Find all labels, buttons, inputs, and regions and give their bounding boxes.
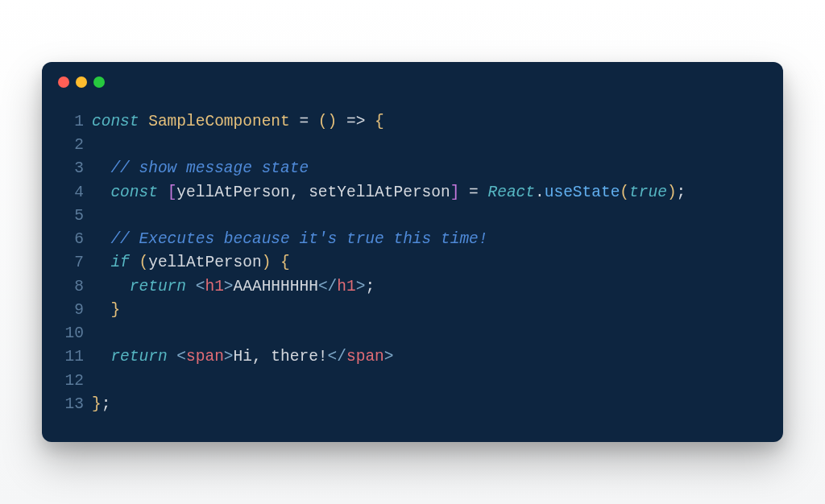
line-content <box>92 134 764 157</box>
line-content: } <box>92 299 764 322</box>
line-number: 2 <box>61 134 84 157</box>
code-token: </ <box>318 278 337 295</box>
code-token: } <box>92 395 102 413</box>
minimize-icon[interactable] <box>76 76 87 88</box>
line-number: 4 <box>61 181 84 204</box>
close-icon[interactable] <box>58 76 69 88</box>
line-content: if (yellAtPerson) { <box>92 251 764 275</box>
code-token <box>168 348 177 366</box>
line-content: // show message state <box>92 157 764 180</box>
code-token: > <box>384 348 394 366</box>
code-token: span <box>346 348 384 366</box>
line-number: 11 <box>61 345 84 369</box>
code-token: < <box>196 278 205 295</box>
code-line: 1const SampleComponent = () => { <box>61 110 764 134</box>
code-line: 12 <box>61 370 764 393</box>
code-token: ] <box>450 184 460 201</box>
code-token <box>271 254 280 271</box>
line-content: const [yellAtPerson, setYellAtPerson] = … <box>92 181 764 204</box>
code-token <box>309 113 318 130</box>
line-content <box>92 322 764 345</box>
line-number: 5 <box>61 204 84 228</box>
code-token: Hi, there! <box>234 348 328 366</box>
code-token <box>479 184 488 201</box>
code-token: { <box>280 254 290 271</box>
code-token: { <box>375 113 384 130</box>
code-token <box>186 278 196 295</box>
code-line: 2 <box>61 134 764 157</box>
code-token <box>337 113 346 130</box>
line-content: return <h1>AAAHHHHHH</h1>; <box>92 275 764 299</box>
code-token: ) <box>667 184 677 201</box>
code-line: 10 <box>61 322 764 345</box>
code-token <box>459 184 469 201</box>
code-token <box>139 113 149 130</box>
code-token: AAAHHHHHH <box>234 278 318 295</box>
code-token: ; <box>677 184 686 201</box>
code-line: 3 // show message state <box>61 157 764 180</box>
code-token: if <box>110 254 129 271</box>
code-token <box>130 254 139 271</box>
code-window: 1const SampleComponent = () => {2 3 // s… <box>42 62 783 442</box>
code-token <box>92 301 110 319</box>
code-line: 4 const [yellAtPerson, setYellAtPerson] … <box>61 181 764 204</box>
code-token: ; <box>102 395 111 413</box>
code-line: 6 // Executes because it's true this tim… <box>61 228 764 251</box>
code-token: React <box>488 184 536 201</box>
code-token: // Executes because it's true this time! <box>110 230 487 248</box>
line-number: 12 <box>61 370 84 393</box>
code-token: ( <box>139 254 149 271</box>
code-token <box>92 230 110 248</box>
code-token: ; <box>365 278 375 295</box>
line-content: }; <box>92 393 764 416</box>
code-token: </ <box>328 348 346 366</box>
code-token: // show message state <box>110 159 309 177</box>
code-token: ) <box>262 254 272 271</box>
code-block: 1const SampleComponent = () => {2 3 // s… <box>42 94 783 416</box>
code-token: . <box>535 184 545 201</box>
code-token <box>290 113 300 130</box>
code-token: > <box>224 278 234 295</box>
line-number: 6 <box>61 228 84 251</box>
code-token: } <box>110 301 120 319</box>
line-number: 10 <box>61 322 84 345</box>
code-token: yellAtPerson <box>176 184 289 201</box>
line-content: const SampleComponent = () => { <box>92 110 764 134</box>
maximize-icon[interactable] <box>93 76 105 88</box>
code-token: useState <box>545 184 620 201</box>
code-line: 9 } <box>61 299 764 322</box>
line-number: 8 <box>61 275 84 299</box>
code-token: ( <box>620 184 629 201</box>
line-content: // Executes because it's true this time! <box>92 228 764 251</box>
code-token: const <box>92 113 139 130</box>
line-number: 1 <box>61 110 84 134</box>
code-token: () <box>318 113 337 130</box>
code-token: h1 <box>337 278 355 295</box>
code-token: > <box>356 278 366 295</box>
code-token: = <box>299 113 309 130</box>
code-token: = <box>469 184 479 201</box>
code-token: < <box>176 348 186 366</box>
code-token <box>92 254 110 271</box>
code-line: 11 return <span>Hi, there!</span> <box>61 345 764 369</box>
line-number: 3 <box>61 157 84 180</box>
line-content <box>92 370 764 393</box>
code-token <box>92 159 110 177</box>
code-line: 8 return <h1>AAAHHHHHH</h1>; <box>61 275 764 299</box>
code-token: [ <box>168 184 177 201</box>
code-token: SampleComponent <box>148 113 290 130</box>
line-number: 7 <box>61 251 84 275</box>
code-token <box>365 113 375 130</box>
code-token <box>92 278 130 295</box>
code-token: => <box>346 113 365 130</box>
code-token <box>92 184 110 201</box>
code-token: return <box>110 348 167 366</box>
line-number: 9 <box>61 299 84 322</box>
line-number: 13 <box>61 393 84 416</box>
code-token: , <box>290 184 300 201</box>
code-token: h1 <box>205 278 223 295</box>
code-token: true <box>629 184 667 201</box>
line-content: return <span>Hi, there!</span> <box>92 345 764 369</box>
code-line: 13}; <box>61 393 764 416</box>
code-token: const <box>110 184 158 201</box>
